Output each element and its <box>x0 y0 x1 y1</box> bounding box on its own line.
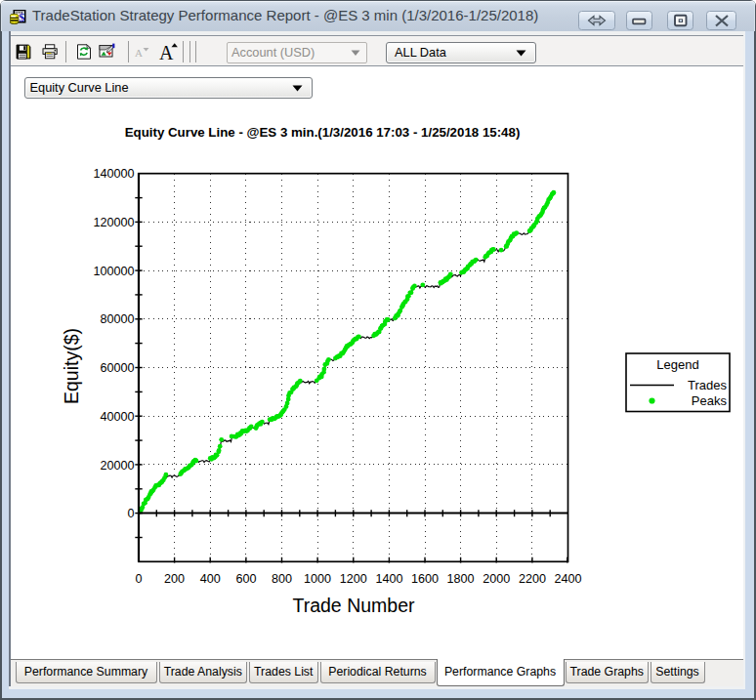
svg-text:1000: 1000 <box>304 572 331 586</box>
svg-text:$: $ <box>19 11 24 24</box>
svg-text:600: 600 <box>235 572 256 586</box>
svg-text:20000: 20000 <box>100 459 134 473</box>
svg-text:1400: 1400 <box>375 572 402 586</box>
svg-text:200: 200 <box>164 572 185 586</box>
svg-text:120000: 120000 <box>93 216 134 229</box>
svg-text:1200: 1200 <box>340 572 367 586</box>
svg-text:1600: 1600 <box>411 572 439 586</box>
svg-text:1800: 1800 <box>447 572 475 586</box>
svg-text:Trade Number: Trade Number <box>293 595 415 616</box>
svg-text:2000: 2000 <box>483 572 510 586</box>
svg-text:0: 0 <box>135 572 142 586</box>
svg-text:140000: 140000 <box>93 167 134 181</box>
svg-text:60000: 60000 <box>100 361 134 375</box>
svg-text:Equity Curve Line - @ES 3 min.: Equity Curve Line - @ES 3 min.(1/3/2016 … <box>125 125 521 140</box>
svg-text:Equity($): Equity($) <box>61 328 82 404</box>
svg-text:800: 800 <box>272 572 292 586</box>
svg-text:40000: 40000 <box>100 410 134 424</box>
svg-text:A: A <box>159 42 174 62</box>
svg-text:A: A <box>135 47 143 59</box>
svg-text:100000: 100000 <box>93 265 134 278</box>
svg-text:400: 400 <box>200 572 221 586</box>
svg-text:0: 0 <box>127 507 134 520</box>
svg-text:80000: 80000 <box>100 312 134 326</box>
svg-text:Legend: Legend <box>656 357 698 372</box>
svg-text:Trades: Trades <box>688 378 727 392</box>
svg-text:Peaks: Peaks <box>692 393 728 408</box>
svg-text:2400: 2400 <box>554 572 581 586</box>
svg-text:2200: 2200 <box>519 572 546 586</box>
